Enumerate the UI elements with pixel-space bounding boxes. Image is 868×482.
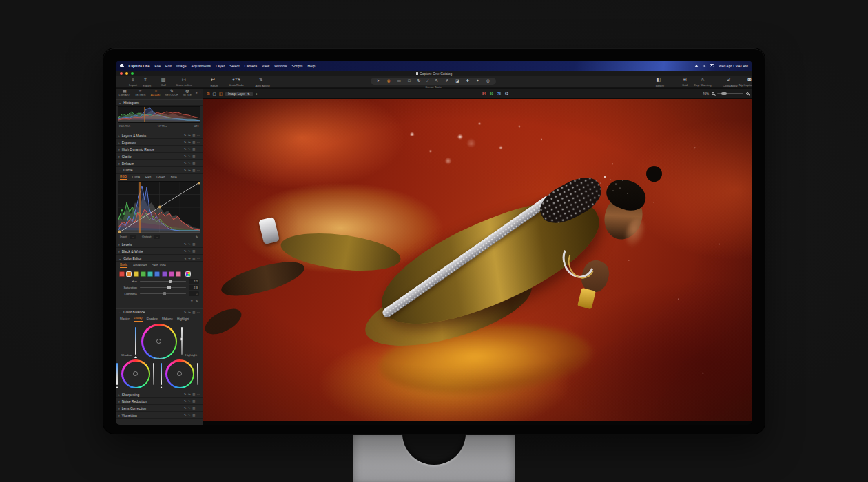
panel-icon[interactable]: ⋯ xyxy=(197,242,200,246)
panel-icon[interactable]: ↪ xyxy=(188,249,191,253)
panel-icon[interactable]: ✎ xyxy=(184,161,187,165)
panel-header-lens-correction[interactable]: ›Lens Correction✎↪▥⋯ xyxy=(116,405,203,412)
panel-icon[interactable]: ↪ xyxy=(188,169,191,172)
panel-header-black-white[interactable]: ›Black & White✎↪▥⋯ xyxy=(116,248,203,255)
panel-header-dehaze[interactable]: ›Dehaze✎↪▥⋯ xyxy=(116,160,203,167)
panel-header-layers-masks[interactable]: ›Layers & Masks✎↪▥⋯ xyxy=(116,132,203,139)
panel-icon[interactable]: ⋯ xyxy=(197,413,200,417)
color-swatch[interactable] xyxy=(126,271,132,277)
panel-icon[interactable]: ↪ xyxy=(188,140,191,144)
menu-item-camera[interactable]: Camera xyxy=(245,64,257,68)
multi-view-icon[interactable]: ⊞ xyxy=(207,92,210,96)
before-button[interactable]: ◧⌄Before xyxy=(646,77,674,87)
panel-icon[interactable]: ✎ xyxy=(184,242,187,246)
cull-button[interactable]: ▥Cull xyxy=(152,77,175,87)
share-online-button[interactable]: ⚇Share online xyxy=(172,77,196,87)
panel-icon[interactable]: ⋯ xyxy=(197,140,200,144)
search-icon[interactable] xyxy=(703,65,705,67)
panel-icon[interactable]: ↪ xyxy=(188,154,191,158)
menu-item-layer[interactable]: Layer xyxy=(216,64,225,68)
color-swatch[interactable] xyxy=(119,271,125,277)
panel-icon[interactable]: ▥ xyxy=(192,257,195,260)
slider-thumb[interactable] xyxy=(169,280,172,283)
zoom-slider[interactable] xyxy=(717,93,743,94)
highlight-saturation-slider[interactable] xyxy=(161,363,162,385)
color-balance-tab-3-way[interactable]: 3-Way xyxy=(134,317,143,322)
color-editor-tab-advanced[interactable]: Advanced xyxy=(133,264,147,268)
panel-icon[interactable]: ✎ xyxy=(184,154,187,158)
panel-icon[interactable]: ▥ xyxy=(192,413,195,417)
menu-item-file[interactable]: File xyxy=(155,64,161,68)
color-swatch[interactable] xyxy=(154,271,160,277)
panel-icon[interactable]: ⋯ xyxy=(197,169,200,172)
panel-icon[interactable]: ▥ xyxy=(192,147,195,151)
slider-thumb[interactable] xyxy=(163,292,167,295)
panel-icon[interactable]: ↪ xyxy=(188,134,191,137)
panel-icon[interactable]: ▥ xyxy=(192,154,195,158)
panel-icon[interactable]: ⋯ xyxy=(197,161,200,165)
panel-icon[interactable]: ✎ xyxy=(184,134,187,137)
panel-icon[interactable]: ⋯ xyxy=(197,406,200,410)
crop-tool-icon[interactable]: □ xyxy=(408,79,410,83)
loupe-tool-icon[interactable]: ◉ xyxy=(387,79,391,83)
panel-icon[interactable]: ▥ xyxy=(192,242,195,246)
panel-header-noise-reduction[interactable]: ›Noise Reduction✎↪▥⋯ xyxy=(116,398,203,405)
pointer-tool-icon[interactable]: ➤ xyxy=(377,79,380,83)
shadow-lightness-slider[interactable] xyxy=(153,363,154,385)
panel-header-vignetting[interactable]: ›Vignetting✎↪▥⋯ xyxy=(116,412,203,419)
panel-icon[interactable]: ↪ xyxy=(188,392,191,396)
color-swatch[interactable] xyxy=(176,271,181,277)
panel-icon[interactable]: ↪ xyxy=(188,161,191,165)
single-view-icon[interactable]: ▢ xyxy=(213,92,216,96)
panel-icon[interactable]: ✎ xyxy=(184,406,187,410)
tool-tab-adjust[interactable]: ≡ADJUST xyxy=(149,89,164,96)
panel-icon[interactable]: ↪ xyxy=(188,257,191,260)
panel-icon[interactable]: ↪ xyxy=(188,311,191,314)
panel-icon[interactable]: ▥ xyxy=(192,140,195,144)
shadow-wheel[interactable] xyxy=(121,359,150,388)
panel-icon[interactable]: ⋯ xyxy=(197,134,200,137)
menu-item-help[interactable]: Help xyxy=(308,64,316,68)
menu-item-view[interactable]: View xyxy=(262,64,269,68)
panel-icon[interactable]: ⋯ xyxy=(197,392,200,396)
panel-icon[interactable]: ▥ xyxy=(192,399,195,403)
my-capture-one-button[interactable]: ⚉My Capture One xyxy=(736,77,752,87)
curve-graph[interactable] xyxy=(118,181,200,232)
color-editor-tab-basic[interactable]: Basic xyxy=(120,263,127,268)
heal-tool-icon[interactable]: ◪ xyxy=(455,79,459,83)
undo-redo-button[interactable]: ↶↷Undo/Redo xyxy=(225,77,248,87)
color-balance-tab-master[interactable]: Master xyxy=(120,317,130,322)
tool-tab-overflow[interactable]: » ⋮ xyxy=(196,89,202,94)
panel-icon[interactable]: ↪ xyxy=(188,399,191,403)
curve-tab-rgb[interactable]: RGB xyxy=(120,175,127,180)
menu-item-window[interactable]: Window xyxy=(274,64,287,68)
midtone-saturation-slider[interactable] xyxy=(135,327,136,355)
midtone-lightness-slider[interactable] xyxy=(181,327,183,355)
panel-icon[interactable]: ✎ xyxy=(184,147,187,151)
input-value[interactable]: -- xyxy=(130,235,136,239)
wifi-icon[interactable] xyxy=(694,65,699,67)
hue-slider[interactable] xyxy=(140,281,186,282)
panel-icon[interactable]: ▥ xyxy=(192,406,195,410)
panel-header-high-dynamic-range[interactable]: ›High Dynamic Range✎↪▥⋯ xyxy=(116,146,203,153)
panel-icon[interactable]: ⋯ xyxy=(197,399,200,403)
panel-header-clarity[interactable]: ›Clarity✎↪▥⋯ xyxy=(116,153,203,160)
color-balance-tab-midtone[interactable]: Midtone xyxy=(162,317,173,322)
panel-icon[interactable]: ✎ xyxy=(184,249,187,253)
all-colors-swatch[interactable] xyxy=(185,271,191,277)
menu-item-scripts[interactable]: Scripts xyxy=(292,64,303,68)
panel-icon[interactable]: ▥ xyxy=(192,134,195,137)
tool-tab-retouch[interactable]: ✎RETOUCH xyxy=(164,89,179,96)
tool-tab-style[interactable]: ◍STYLE xyxy=(180,89,195,96)
saturation-slider[interactable] xyxy=(140,287,186,288)
tool-tab-library[interactable]: ▤LIBRARY xyxy=(117,89,132,96)
color-balance-tab-shadow[interactable]: Shadow xyxy=(147,317,158,322)
curve-tab-luma[interactable]: Luma xyxy=(132,176,140,180)
panel-icon[interactable]: ▥ xyxy=(192,311,195,314)
color-swatch[interactable] xyxy=(134,271,139,277)
menu-item-select[interactable]: Select xyxy=(229,64,240,68)
panel-icon[interactable]: ↪ xyxy=(188,147,191,151)
zoom-slider-thumb[interactable] xyxy=(721,92,727,95)
color-swatch[interactable] xyxy=(147,271,153,277)
compare-view-icon[interactable]: ◫ xyxy=(219,92,223,96)
